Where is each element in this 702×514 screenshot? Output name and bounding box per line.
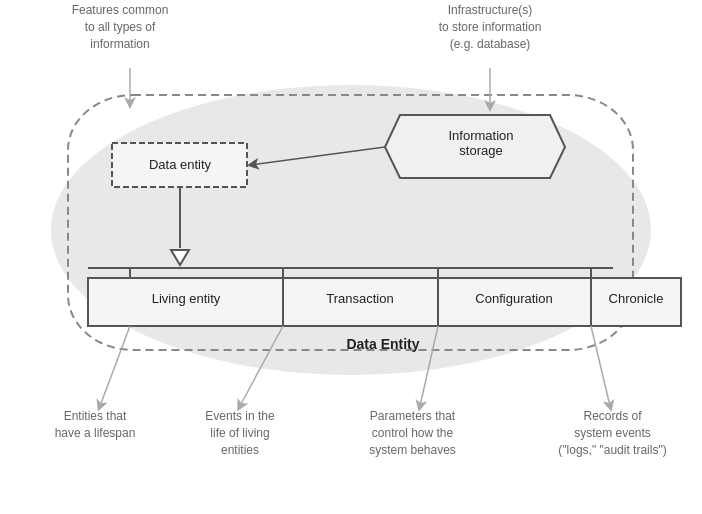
svg-rect-18 <box>591 278 681 326</box>
ann-bcl-line1: Events in the <box>205 409 274 423</box>
ann-tr-line2: to store information <box>439 20 542 34</box>
configuration-label: Configuration <box>440 291 588 306</box>
svg-rect-15 <box>283 278 438 326</box>
ann-tr-line1: Infrastructure(s) <box>448 3 533 17</box>
ann-br-line1: Records of <box>583 409 641 423</box>
svg-line-19 <box>100 326 130 406</box>
data-entity-inner-label: Data entity <box>115 157 245 172</box>
svg-line-6 <box>250 147 385 165</box>
ann-tl-line3: information <box>90 37 149 51</box>
annotation-top-left: Features common to all types of informat… <box>40 2 200 52</box>
ann-bcr-line1: Parameters that <box>370 409 455 423</box>
svg-line-20 <box>240 326 283 406</box>
svg-marker-8 <box>171 250 189 265</box>
svg-rect-1 <box>68 95 633 350</box>
svg-rect-14 <box>88 278 283 326</box>
info-storage-line1: Information <box>448 128 513 143</box>
chronicle-label: Chronicle <box>593 291 679 306</box>
annotation-bottom-center-right: Parameters that control how the system b… <box>340 408 485 458</box>
annotation-top-right: Infrastructure(s) to store information (… <box>390 2 590 52</box>
ann-bcr-line2: control how the <box>372 426 453 440</box>
ann-br-line2: system events <box>574 426 651 440</box>
annotation-bottom-right: Records of system events ("logs," "audit… <box>540 408 685 458</box>
svg-marker-4 <box>385 115 565 178</box>
ann-bl-line2: have a lifespan <box>55 426 136 440</box>
info-storage-line2: storage <box>459 143 502 158</box>
ann-tl-line1: Features common <box>72 3 169 17</box>
annotation-bottom-left: Entities that have a lifespan <box>30 408 160 442</box>
ann-bl-line1: Entities that <box>64 409 127 423</box>
svg-point-0 <box>51 85 651 375</box>
ann-bcl-line2: life of living <box>210 426 269 440</box>
data-entity-main-label: Data Entity <box>88 336 678 352</box>
ann-bcr-line3: system behaves <box>369 443 456 457</box>
transaction-label: Transaction <box>285 291 435 306</box>
ann-bcl-line3: entities <box>221 443 259 457</box>
annotation-bottom-center-left: Events in the life of living entities <box>175 408 305 458</box>
svg-line-21 <box>420 326 438 406</box>
ann-tl-line2: to all types of <box>85 20 156 34</box>
info-storage-label: Information storage <box>406 128 556 158</box>
svg-rect-5 <box>112 143 247 187</box>
svg-rect-16 <box>438 278 591 326</box>
living-entity-label: Living entity <box>90 291 282 306</box>
ann-tr-line3: (e.g. database) <box>450 37 531 51</box>
ann-br-line3: ("logs," "audit trails") <box>558 443 666 457</box>
svg-line-22 <box>591 326 610 406</box>
